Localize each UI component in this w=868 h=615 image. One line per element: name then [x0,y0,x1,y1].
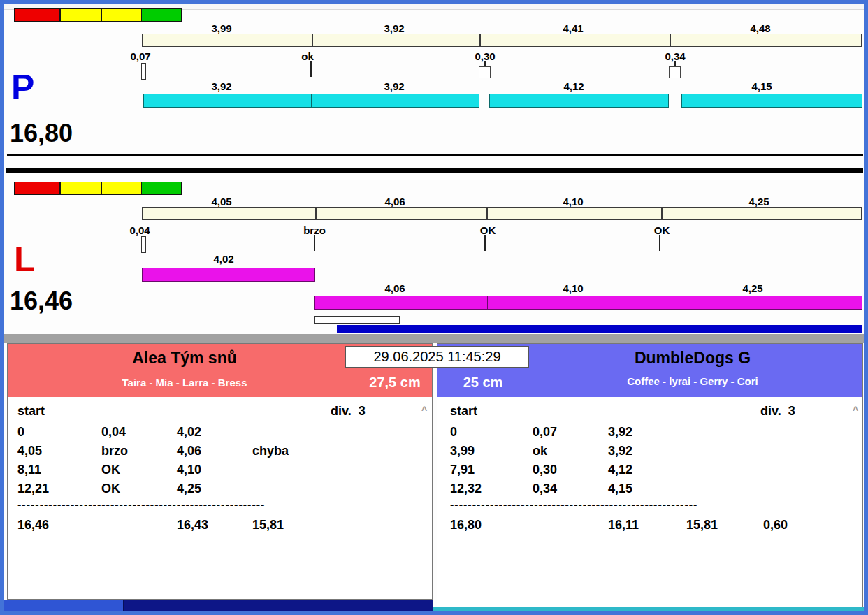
result-cell: 4,25 [177,482,201,496]
result-cell: 0,30 [533,463,557,477]
start-tick-marker [141,63,146,80]
p-run-split-2: 3,92 [363,80,426,92]
result-cell: 3,92 [608,444,632,458]
l-run-bar-2 [314,296,488,310]
p-top-split-4: 4,48 [729,22,792,34]
result-cell: 4,15 [608,482,632,496]
start-tick-marker [141,236,146,253]
left-best-time: 15,81 [252,519,284,533]
lane-p-total: 16,80 [10,121,73,146]
result-cell: 4,10 [177,463,201,477]
p-run-split-4: 4,15 [730,80,793,92]
mark-checkbox[interactable] [669,66,681,78]
bar-divider [479,34,481,46]
desktop-background [433,607,864,611]
l-run-split-2: 4,06 [363,282,426,294]
result-cell: 3,99 [450,444,475,458]
bar-divider [486,208,488,219]
l-run-split-3: 4,10 [542,282,605,294]
l-run-bar-4 [660,296,862,310]
right-team-panel: DumbleDogs G Coffee - lyrai - Gerry - Co… [437,343,863,607]
result-cell: brzo [101,444,128,458]
scroll-up-icon[interactable]: ^ [853,405,858,415]
left-jump-height: 27,5 cm [360,375,430,391]
right-sum-time: 16,11 [608,519,639,533]
left-team-name: Alea Tým snů [8,349,361,368]
run-timestamp: 29.06.2025 11:45:29 [345,346,529,368]
left-division: div. 3 [331,405,366,419]
left-sum-time: 16,43 [177,519,208,533]
p-run-split-1: 3,92 [190,80,253,92]
right-jump-height: 25 cm [451,375,514,391]
exchange-tick [484,235,486,251]
p-run-bar-1 [143,94,312,108]
left-start-label: start [17,405,45,419]
l-run-split-0: 4,02 [192,253,255,265]
l-run-split-4: 4,25 [721,282,784,294]
app-window: 3,99 3,92 4,41 4,48 0,07 ok 0,30 0,34 P … [0,0,868,615]
light-yellow-2 [101,182,142,195]
light-green [141,8,182,22]
mark-checkbox[interactable] [479,66,491,78]
l-split-bar [142,207,862,220]
lane-l-letter: L [14,242,36,277]
left-team-members: Taira - Mia - Larra - Bress [8,377,361,389]
scroll-up-icon[interactable]: ^ [421,405,427,415]
result-cell: 0,34 [533,482,557,496]
taskbar-button[interactable] [4,600,124,611]
right-team-members: Coffee - lyrai - Gerry - Cori [521,375,863,387]
light-red [14,182,60,195]
exchange-tick [659,235,660,251]
p-top-split-1: 3,99 [190,22,253,34]
result-cell: 8,11 [17,463,41,477]
p-run-bar-3 [489,94,669,108]
right-total-time: 16,80 [450,519,482,533]
right-best-time: 15,81 [686,519,718,533]
result-cell-fault: chyba [252,444,289,458]
l-mark-4: OK [630,224,693,236]
bar-divider [312,34,313,46]
l-mark-3: OK [456,224,519,236]
exchange-tick [484,62,486,66]
bar-divider [670,34,671,46]
p-top-split-3: 4,41 [542,22,605,34]
result-cell: OK [101,463,120,477]
l-top-split-2: 4,06 [363,196,426,208]
result-cell: 0 [17,426,24,440]
result-cell: 0,07 [533,426,557,440]
result-cell: ok [533,444,547,458]
left-total-time: 16,46 [17,519,49,533]
p-mark-4: 0,34 [644,50,707,62]
result-cell: 4,12 [608,463,632,477]
p-run-bar-2 [311,94,479,108]
result-cell: 7,91 [450,463,475,477]
bar-divider [661,208,663,219]
results-separator: ----------------------------------------… [450,498,710,511]
lane-p-letter: P [11,70,34,105]
right-team-name: DumbleDogs G [521,349,863,368]
right-diff-time: 0,60 [763,519,788,533]
result-cell: 4,02 [177,426,201,440]
result-cell: 0,04 [101,426,126,440]
p-run-bar-4 [681,94,862,108]
result-cell: 12,32 [450,482,482,496]
l-run-bar-3 [487,296,660,310]
result-cell: 4,06 [177,444,201,458]
left-team-panel: Alea Tým snů Taira - Mia - Larra - Bress… [7,343,433,600]
section-line [7,154,863,156]
l-run-bar-1 [142,268,315,282]
section-separator [4,334,864,343]
l-mark-1: 0,04 [108,224,171,236]
exchange-tick [314,235,315,251]
result-cell: 4,05 [17,444,42,458]
p-top-split-2: 3,92 [363,22,426,34]
results-separator: ----------------------------------------… [17,498,277,511]
p-run-split-3: 4,12 [542,80,605,92]
result-cell: OK [101,482,120,496]
exchange-tick [310,62,312,77]
exchange-tick [674,62,676,66]
light-yellow-2 [101,8,142,22]
l-top-split-3: 4,10 [542,196,605,208]
right-start-label: start [450,405,477,419]
result-cell: 3,92 [608,426,632,440]
